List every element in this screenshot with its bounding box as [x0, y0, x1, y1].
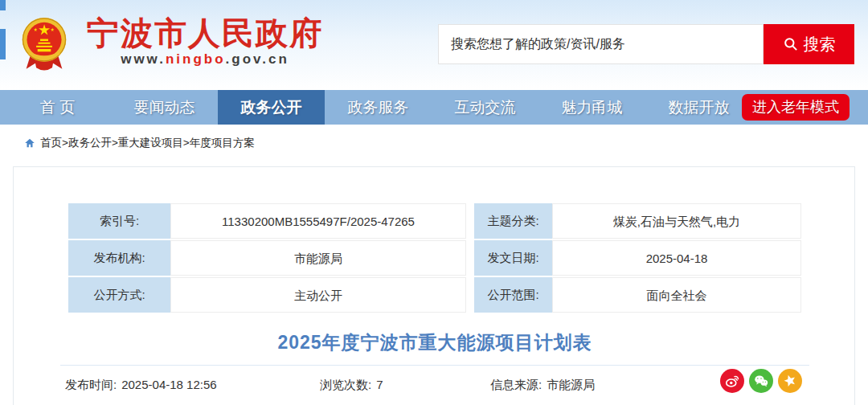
- nav-item-interaction[interactable]: 互动交流: [432, 90, 538, 125]
- info-source-value: 市能源局: [547, 378, 595, 391]
- info-value-index-number: 11330200MB1555497F/2025-47265: [170, 203, 466, 239]
- table-row: 发布机构: 市能源局 发文日期: 2025-04-18: [68, 240, 801, 276]
- url-suffix: .gov.cn: [226, 51, 289, 67]
- view-count: 浏览次数:7: [320, 376, 383, 394]
- table-gap: [466, 240, 474, 276]
- info-label-issuing-agency: 发布机构:: [68, 240, 170, 276]
- nav-item-home[interactable]: 首 页: [4, 90, 111, 125]
- nav-item-gov-services[interactable]: 政务服务: [325, 90, 432, 125]
- info-value-disclosure-method: 主动公开: [170, 277, 466, 313]
- search-button[interactable]: 搜索: [764, 24, 854, 64]
- search-icon: [783, 36, 799, 52]
- table-row: 公开方式: 主动公开 公开范围: 面向全社会: [68, 277, 801, 313]
- elder-mode-button[interactable]: 进入老年模式: [742, 94, 850, 121]
- breadcrumb-path: 首页>政务公开>重大建设项目>年度项目方案: [40, 136, 255, 150]
- info-value-topic-category: 煤炭,石油与天然气,电力: [552, 203, 801, 239]
- search-bar: 搜索: [438, 24, 854, 64]
- weibo-icon: [724, 373, 740, 389]
- info-source: 信息来源:市能源局: [490, 376, 595, 394]
- share-buttons: [720, 369, 802, 393]
- nav-item-open-data[interactable]: 数据开放: [645, 90, 752, 125]
- info-value-issuing-agency: 市能源局: [170, 240, 466, 276]
- info-label-issue-date: 发文日期:: [474, 240, 552, 276]
- info-source-label: 信息来源:: [490, 378, 542, 391]
- left-edge-widget-fragment: [0, 29, 6, 59]
- breadcrumb[interactable]: 首页>政务公开>重大建设项目>年度项目方案: [24, 136, 255, 150]
- search-input[interactable]: [438, 24, 764, 64]
- star-icon: [782, 373, 798, 389]
- wechat-icon: [753, 373, 769, 389]
- page: 宁波市人民政府 www.ningbo.gov.cn 搜索 首 页 要闻动态 政务…: [0, 0, 868, 405]
- article-card: 索引号: 11330200MB1555497F/2025-47265 主题分类:…: [13, 166, 855, 405]
- info-value-issue-date: 2025-04-18: [552, 240, 801, 276]
- weibo-share-button[interactable]: [720, 369, 744, 393]
- info-label-topic-category: 主题分类:: [474, 203, 552, 239]
- left-edge-widget-fragment: [0, 0, 6, 10]
- wechat-share-button[interactable]: [749, 369, 773, 393]
- site-header: 宁波市人民政府 www.ningbo.gov.cn 搜索: [0, 0, 868, 90]
- publish-time: 发布时间:2025-04-18 12:56: [65, 376, 217, 394]
- site-url: www.ningbo.gov.cn: [80, 51, 330, 68]
- page-title: 2025年度宁波市重大能源项目计划表: [14, 330, 856, 355]
- site-title: 宁波市人民政府: [80, 11, 330, 55]
- national-emblem-logo: [21, 11, 68, 79]
- divider: [60, 365, 809, 366]
- nav-item-news[interactable]: 要闻动态: [111, 90, 218, 125]
- home-icon: [24, 137, 35, 149]
- nav-item-charm-city[interactable]: 魅力甬城: [538, 90, 645, 125]
- document-info-table: 索引号: 11330200MB1555497F/2025-47265 主题分类:…: [68, 203, 801, 313]
- table-row: 索引号: 11330200MB1555497F/2025-47265 主题分类:…: [68, 203, 801, 239]
- publish-time-value: 2025-04-18 12:56: [121, 378, 216, 391]
- table-gap: [466, 203, 474, 239]
- url-domain: ningbo: [166, 51, 226, 67]
- url-prefix: www.: [121, 51, 166, 67]
- view-count-value: 7: [376, 378, 383, 391]
- search-button-label: 搜索: [804, 34, 836, 55]
- main-nav: 首 页 要闻动态 政务公开 政务服务 互动交流 魅力甬城 数据开放 进入老年模式: [0, 90, 868, 125]
- info-value-disclosure-scope: 面向全社会: [552, 277, 801, 313]
- table-gap: [466, 277, 474, 313]
- view-count-label: 浏览次数:: [320, 378, 371, 391]
- publish-time-label: 发布时间:: [65, 378, 117, 391]
- info-label-disclosure-scope: 公开范围:: [474, 277, 552, 313]
- favorite-share-button[interactable]: [778, 369, 802, 393]
- info-label-index-number: 索引号:: [68, 203, 170, 239]
- nav-item-gov-disclosure[interactable]: 政务公开: [218, 90, 325, 125]
- info-label-disclosure-method: 公开方式:: [68, 277, 170, 313]
